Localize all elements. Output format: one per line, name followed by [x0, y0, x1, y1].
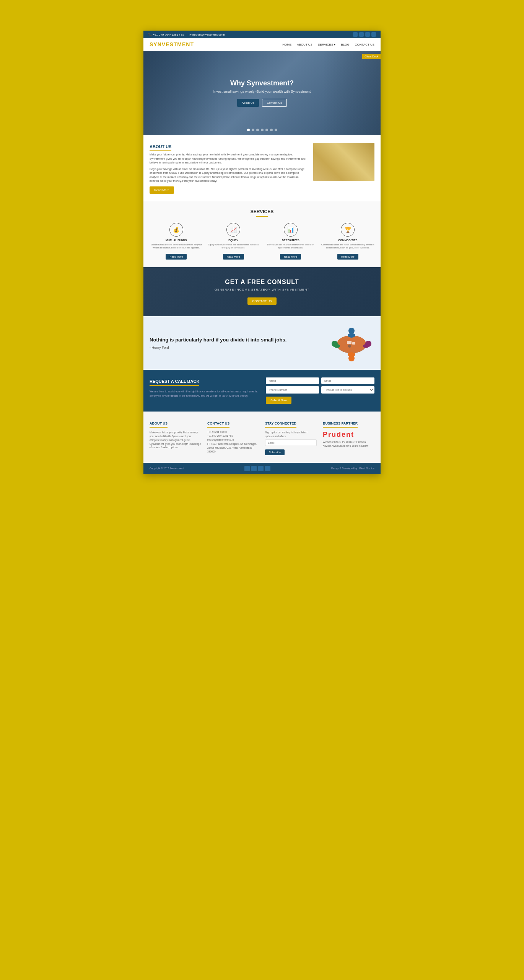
top-bar: 📞 +91 079 26441381 / 82 ✉ info@synvestme…: [143, 31, 381, 38]
prudent-tagline: Winner of CNBC TV 18 BEST Financial Advi…: [323, 440, 374, 448]
footer-google-icon[interactable]: [251, 466, 257, 471]
svg-rect-11: [352, 342, 355, 345]
derivatives-icon: 📊: [284, 223, 298, 237]
footer: ABOUT US Make your future your priority.…: [143, 412, 381, 463]
hero-dot-3[interactable]: [256, 129, 259, 131]
footer-connected-desc: Sign up for our mailing list to get late…: [265, 431, 317, 438]
callback-title: REQUEST A CALL BACK: [150, 379, 199, 386]
quote-text: Nothing is particularly hard if you divi…: [150, 336, 322, 350]
footer-email-input[interactable]: [265, 439, 317, 446]
nav-blog[interactable]: BLOG: [341, 43, 350, 46]
nav-links: HOME ABOUT US SERVICES ▾ BLOG CONTACT US: [282, 43, 374, 46]
top-bar-left: 📞 +91 079 26441381 / 82 ✉ info@synvestme…: [148, 33, 225, 36]
footer-subscribe-button[interactable]: Subscribe: [265, 449, 285, 455]
footer-social-icons: [244, 466, 270, 471]
footer-partner-title: BUSINESS PARTNER: [323, 421, 358, 428]
footer-about-title: ABOUT US: [150, 421, 168, 428]
footer-stay-connected: STAY CONNECTED Sign up for our mailing l…: [265, 419, 317, 455]
equity-read-more[interactable]: Read More: [223, 254, 244, 260]
about-read-more-button[interactable]: Read More: [150, 186, 174, 194]
services-title: SERVICES: [150, 209, 374, 214]
footer-linkedin-icon[interactable]: [265, 466, 270, 471]
hero-about-button[interactable]: About Us: [237, 99, 259, 107]
hero-dot-1[interactable]: [247, 129, 250, 131]
meeting-illustration: [329, 324, 374, 362]
hero-person-left: [143, 51, 220, 135]
service-commodities: 🏆 COMMODITIES Commodity funds are funds …: [321, 223, 375, 260]
about-image-inner: [313, 143, 374, 181]
callback-desc: We are here to assist you with the right…: [150, 390, 258, 398]
social-icons-top: [353, 32, 376, 37]
footer-twitter-icon[interactable]: [258, 466, 264, 471]
service-derivatives: 📊 DERIVATIVES Derivatives are financial …: [264, 223, 317, 260]
svg-point-2: [348, 328, 355, 334]
hero-contact-button[interactable]: Contact Us: [262, 99, 287, 107]
footer-contact-title: CONTACT US: [207, 421, 229, 428]
footer-address: FF / 17, Pariseema Complex, Nr. Memnagar…: [207, 442, 259, 453]
quote-author: - Henry Ford: [150, 346, 322, 350]
linkedin-icon[interactable]: [371, 32, 376, 37]
commodities-read-more[interactable]: Read More: [337, 254, 358, 260]
nav-home[interactable]: HOME: [282, 43, 291, 46]
services-grid: 💰 MUTUAL FUNDS Mutual funds are one of t…: [150, 223, 374, 260]
derivatives-read-more[interactable]: Read More: [280, 254, 301, 260]
commodities-name: COMMODITIES: [321, 239, 375, 242]
client-desk-badge[interactable]: Client Desk: [362, 54, 381, 59]
phone-info: 📞 +91 079 26441381 / 82: [148, 33, 184, 36]
form-submit-row: Submit Now: [266, 396, 374, 404]
facebook-icon[interactable]: [353, 32, 358, 37]
footer-facebook-icon[interactable]: [244, 466, 250, 471]
hero-person-right: [323, 51, 381, 135]
logo-text: SYN: [150, 41, 162, 47]
phone-icon: 📞: [148, 33, 152, 36]
hero-dot-4[interactable]: [261, 129, 264, 131]
callback-submit-button[interactable]: Submit Now: [266, 397, 291, 404]
svg-point-12: [348, 345, 351, 348]
footer-email[interactable]: info@synvestment.co.in: [207, 438, 259, 441]
hero-content: Why Synvestment? Invest small savings wi…: [213, 79, 311, 107]
footer-about-text: Make your future your priority. Make sav…: [150, 431, 201, 449]
svg-point-1: [337, 335, 366, 352]
form-row-1: [266, 377, 374, 384]
consult-contact-button[interactable]: CONTACT US: [247, 297, 276, 305]
quote-main: Nothing is particularly hard if you divi…: [150, 336, 322, 343]
callback-phone-input[interactable]: [266, 386, 319, 394]
about-section-label: ABOUT US: [150, 144, 171, 151]
svg-point-7: [334, 344, 340, 348]
mutual-funds-read-more[interactable]: Read More: [166, 254, 187, 260]
nav-about[interactable]: ABOUT US: [297, 43, 312, 46]
logo-accent: VESTMENT: [162, 41, 194, 47]
hero-dot-2[interactable]: [252, 129, 254, 131]
footer-phone2[interactable]: +91 079 26441381 / 82: [207, 434, 259, 437]
svg-point-3: [348, 333, 355, 338]
email-address: info@synvestment.co.in: [192, 33, 225, 36]
mutual-funds-name: MUTUAL FUNDS: [150, 239, 203, 242]
hero-dot-6[interactable]: [270, 129, 273, 131]
callback-email-input[interactable]: [321, 377, 374, 384]
service-mutual-funds: 💰 MUTUAL FUNDS Mutual funds are one of t…: [150, 223, 203, 260]
commodities-desc: Commodity funds are funds which basicall…: [321, 243, 375, 250]
mutual-funds-icon: 💰: [169, 223, 183, 237]
twitter-icon[interactable]: [365, 32, 370, 37]
google-icon[interactable]: [359, 32, 364, 37]
callback-discuss-select[interactable]: I would like to discuss: [321, 386, 374, 394]
footer-phone1[interactable]: +91 99794 43330: [207, 431, 259, 433]
footer-about: ABOUT US Make your future your priority.…: [150, 419, 201, 455]
hero-dot-7[interactable]: [275, 129, 277, 131]
prudent-logo: Prudent: [323, 431, 374, 439]
derivatives-name: DERIVATIVES: [264, 239, 317, 242]
form-row-2: I would like to discuss: [266, 386, 374, 394]
hero-dot-5[interactable]: [265, 129, 268, 131]
callback-section: REQUEST A CALL BACK We are here to assis…: [143, 370, 381, 412]
svg-rect-10: [347, 341, 352, 344]
hero-buttons: About Us Contact Us: [213, 99, 311, 107]
quote-section: Nothing is particularly hard if you divi…: [143, 316, 381, 370]
callback-name-input[interactable]: [266, 377, 319, 384]
services-title-line: [256, 216, 268, 217]
nav-services[interactable]: SERVICES ▾: [318, 43, 336, 46]
email-icon: ✉: [189, 33, 192, 36]
svg-point-9: [363, 344, 369, 348]
consult-subtitle: GENERATE INCOME STRATEGY WITH SYNVESTMEN…: [150, 288, 374, 291]
about-image: [313, 143, 374, 181]
nav-contact[interactable]: CONTACT US: [355, 43, 374, 46]
